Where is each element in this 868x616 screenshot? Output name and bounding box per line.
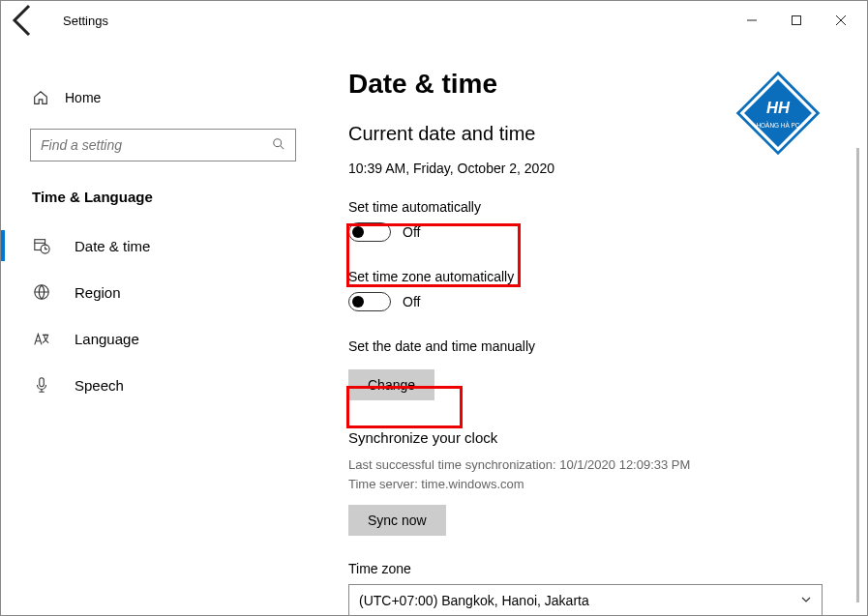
sync-heading: Synchronize your clock bbox=[348, 429, 844, 446]
nav-home-label: Home bbox=[65, 90, 101, 105]
sidebar-item-label: Language bbox=[75, 331, 139, 347]
language-icon bbox=[32, 329, 51, 348]
sidebar-item-date-time[interactable]: Date & time bbox=[1, 222, 325, 269]
close-button[interactable] bbox=[819, 5, 863, 36]
search-icon bbox=[272, 137, 285, 154]
sidebar: Home Time & Language Date & time bbox=[1, 40, 325, 615]
scrollbar[interactable] bbox=[856, 148, 859, 602]
timezone-select[interactable]: (UTC+07:00) Bangkok, Hanoi, Jakarta bbox=[348, 584, 823, 615]
brand-logo: HH HOÀNG HÀ PC bbox=[733, 69, 823, 158]
back-button[interactable] bbox=[5, 1, 44, 40]
sidebar-item-label: Speech bbox=[75, 377, 124, 394]
svg-text:HH: HH bbox=[766, 99, 791, 117]
window-title: Settings bbox=[63, 14, 108, 28]
set-tz-auto-state: Off bbox=[403, 294, 420, 309]
sync-section: Synchronize your clock Last successful t… bbox=[348, 429, 844, 536]
set-tz-auto-toggle[interactable] bbox=[348, 292, 391, 311]
current-datetime-value: 10:39 AM, Friday, October 2, 2020 bbox=[348, 161, 844, 176]
set-tz-auto-label: Set time zone automatically bbox=[348, 269, 844, 284]
sidebar-item-label: Region bbox=[75, 284, 121, 301]
set-time-auto-state: Off bbox=[403, 224, 420, 240]
timezone-value: (UTC+07:00) Bangkok, Hanoi, Jakarta bbox=[359, 593, 589, 608]
search-field[interactable] bbox=[41, 137, 272, 153]
set-time-auto-label: Set time automatically bbox=[348, 199, 844, 215]
change-button[interactable]: Change bbox=[348, 369, 434, 400]
window-controls bbox=[730, 5, 863, 36]
timezone-heading: Time zone bbox=[348, 561, 844, 576]
titlebar: Settings bbox=[1, 1, 867, 40]
window-body: Home Time & Language Date & time bbox=[1, 40, 867, 615]
sync-last: Last successful time synchronization: 10… bbox=[348, 455, 844, 475]
set-tz-auto-toggle-row: Off bbox=[348, 292, 844, 311]
set-time-auto-toggle[interactable] bbox=[348, 222, 391, 242]
svg-rect-0 bbox=[793, 16, 801, 25]
svg-rect-5 bbox=[40, 378, 45, 387]
calendar-clock-icon bbox=[32, 236, 51, 255]
set-manual-label: Set the date and time manually bbox=[348, 338, 844, 354]
main-content: HH HOÀNG HÀ PC Date & time Current date … bbox=[325, 40, 867, 615]
microphone-icon bbox=[32, 375, 51, 395]
sidebar-item-speech[interactable]: Speech bbox=[1, 362, 325, 408]
sidebar-item-label: Date & time bbox=[75, 238, 150, 254]
sidebar-item-region[interactable]: Region bbox=[1, 269, 325, 315]
nav-home[interactable]: Home bbox=[1, 76, 325, 119]
globe-icon bbox=[32, 282, 51, 302]
logo-text: HOÀNG HÀ PC bbox=[756, 121, 799, 129]
sidebar-item-language[interactable]: Language bbox=[1, 315, 325, 362]
minimize-button[interactable] bbox=[730, 5, 774, 36]
search-container bbox=[30, 129, 296, 161]
svg-point-1 bbox=[274, 138, 282, 146]
set-time-auto-toggle-row: Off bbox=[348, 222, 844, 242]
sync-now-button[interactable]: Sync now bbox=[348, 505, 446, 536]
chevron-down-icon bbox=[800, 593, 812, 608]
maximize-button[interactable] bbox=[774, 5, 819, 36]
settings-window: Settings Home bbox=[0, 0, 868, 616]
sidebar-group-header: Time & Language bbox=[1, 171, 325, 222]
home-icon bbox=[32, 89, 49, 106]
search-input[interactable] bbox=[30, 129, 296, 161]
sync-server: Time server: time.windows.com bbox=[348, 475, 844, 494]
